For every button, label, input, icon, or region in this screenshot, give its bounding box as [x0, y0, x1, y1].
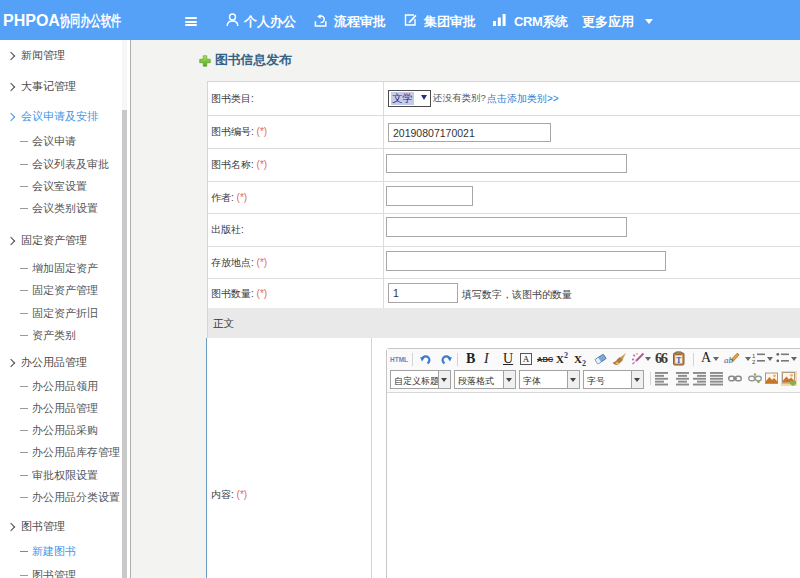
svg-text:1: 1: [752, 353, 756, 359]
svg-text:ab: ab: [724, 355, 734, 365]
svg-text:2: 2: [752, 359, 756, 365]
svg-text:T: T: [676, 356, 681, 365]
